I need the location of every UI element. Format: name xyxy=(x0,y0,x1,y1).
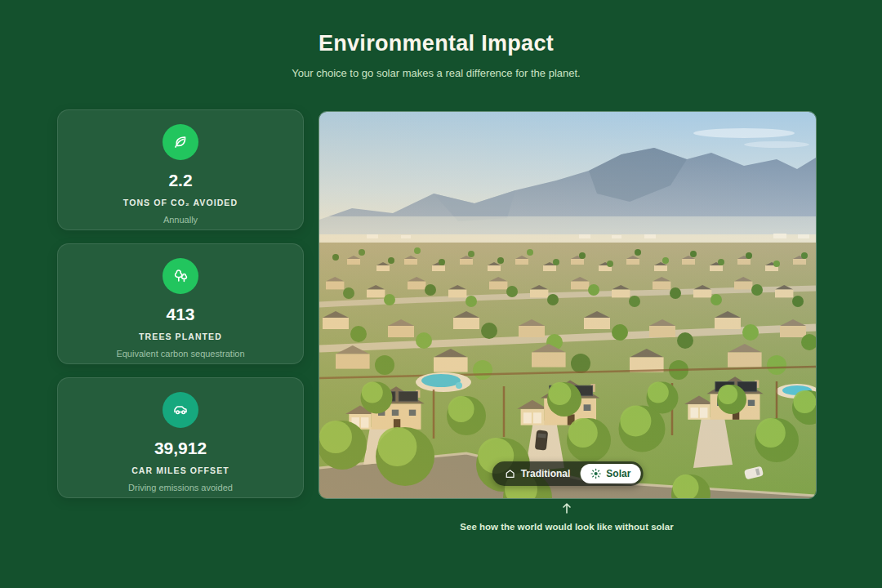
stat-sublabel: Equivalent carbon sequestration xyxy=(116,349,244,359)
arrow-up-icon xyxy=(560,501,573,518)
home-icon xyxy=(505,468,516,479)
impact-stats: 2.2 TONS OF CO₂ AVOIDED Annually 413 TRE… xyxy=(57,109,304,498)
stat-sublabel: Driving emissions avoided xyxy=(128,483,233,492)
content-frame: Environmental Impact Your choice to go s… xyxy=(57,0,815,588)
section-header: Environmental Impact Your choice to go s… xyxy=(57,31,815,79)
stat-sublabel: Annually xyxy=(163,215,198,225)
toggle-solar-button[interactable]: Solar xyxy=(580,464,640,483)
page-title: Environmental Impact xyxy=(57,31,815,56)
stat-value: 39,912 xyxy=(154,439,207,458)
trees-icon xyxy=(163,258,198,294)
stat-value: 413 xyxy=(166,305,194,324)
stat-card-miles: 39,912 CAR MILES OFFSET Driving emission… xyxy=(57,377,304,498)
comparison-hint: See how the world would look like withou… xyxy=(318,501,815,532)
aerial-photo xyxy=(319,112,816,498)
toggle-traditional-label: Traditional xyxy=(521,468,571,479)
stat-card-trees: 413 TREES PLANTED Equivalent carbon sequ… xyxy=(57,243,304,364)
page-subtitle: Your choice to go solar makes a real dif… xyxy=(57,67,815,79)
hint-text: See how the world would look like withou… xyxy=(318,522,815,532)
leaf-icon xyxy=(163,124,198,160)
car-icon xyxy=(163,392,198,428)
view-toggle: Traditional Solar xyxy=(492,461,644,486)
sun-icon xyxy=(590,468,601,479)
toggle-solar-label: Solar xyxy=(606,468,630,479)
comparison-viewer: Traditional Solar xyxy=(318,111,817,499)
stat-card-co2: 2.2 TONS OF CO₂ AVOIDED Annually xyxy=(57,109,304,230)
stat-label: CAR MILES OFFSET xyxy=(131,466,229,475)
stat-label: TREES PLANTED xyxy=(139,332,222,341)
stat-label: TONS OF CO₂ AVOIDED xyxy=(123,198,238,207)
toggle-traditional-button[interactable]: Traditional xyxy=(495,464,581,483)
stat-value: 2.2 xyxy=(168,171,192,190)
